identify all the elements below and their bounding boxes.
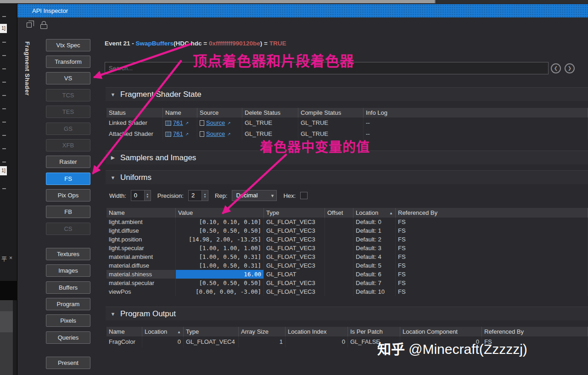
cell-offset (325, 218, 353, 226)
column-header[interactable]: Status (106, 108, 163, 118)
sidebar-item-program[interactable]: Program (46, 298, 90, 310)
cell-compile-status: GL_TRUE (298, 129, 364, 140)
sidebar-item-buffers[interactable]: Buffers (46, 281, 90, 294)
cell-name: 761 ↗ (163, 118, 197, 129)
column-header[interactable]: Name (106, 327, 142, 336)
sidebar-item-pixels[interactable]: Pixels (46, 314, 90, 327)
sidebar-item-queries[interactable]: Queries (46, 331, 90, 344)
sidebar-item-tcs: TCS (46, 89, 90, 101)
sidebar-item-pix-ops[interactable]: Pix Ops (46, 189, 90, 201)
section-fragment-shader-state[interactable]: ▼ Fragment Shader State (106, 87, 588, 101)
cell-source: Source ↗ (197, 118, 242, 129)
event-prefix: Event 21 - (105, 40, 136, 47)
cell-offset (325, 261, 353, 270)
section-uniforms[interactable]: ▼ Uniforms (106, 170, 588, 184)
column-header[interactable]: Referenced By (396, 208, 588, 218)
rail-dash (2, 122, 6, 123)
section-title: Uniforms (120, 173, 151, 182)
column-header[interactable]: Offset (325, 208, 353, 218)
cell-value[interactable]: [1.00, 1.00, 1.00] (176, 244, 264, 252)
background-scrollbar[interactable] (0, 0, 435, 3)
cell-name: light.diffuse (106, 226, 176, 235)
column-header[interactable]: Delete Status (242, 108, 298, 118)
window-titlebar[interactable]: API Inspector (17, 4, 588, 17)
column-header[interactable]: Info Log (364, 108, 588, 118)
precision-stepper[interactable]: 2 ▲▼ (188, 190, 208, 201)
column-header[interactable]: Name (163, 108, 197, 118)
hex-checkbox[interactable] (300, 192, 308, 199)
rail-dash (2, 148, 6, 149)
pin-icon[interactable]: 平 (1, 255, 7, 263)
source-link[interactable]: Source (206, 129, 225, 140)
cell-name: material.ambient (106, 252, 176, 261)
chevron-right-icon: ▶ (110, 155, 116, 161)
cell-value[interactable]: [0.10, 0.10, 0.10] (176, 218, 264, 226)
sidebar-item-vtx-spec[interactable]: Vtx Spec (46, 39, 90, 51)
cell-name: light.position (106, 235, 176, 244)
column-header[interactable]: Referenced By (482, 327, 588, 336)
column-label: Location (356, 209, 378, 216)
cell-value[interactable]: [1.00, 0.50, 0.31] (176, 261, 264, 270)
sidebar-item-transform[interactable]: Transform (46, 56, 90, 68)
sidebar-item-xfb: XFB (46, 139, 90, 151)
column-header[interactable]: Compile Status (298, 108, 364, 118)
cell-value[interactable]: [0.50, 0.50, 0.50] (176, 279, 264, 287)
sidebar-item-gs: GS (46, 123, 90, 135)
cell-compile-status: GL_TRUE (298, 118, 364, 129)
stepper-arrows-icon[interactable]: ▲▼ (144, 190, 151, 201)
column-header[interactable]: Type (264, 208, 325, 218)
search-prev-button[interactable]: ❮ (551, 63, 561, 73)
shader-id-link[interactable]: 761 (173, 129, 183, 140)
cell-name: material.specular (106, 279, 176, 287)
rail-dash (2, 68, 6, 69)
sidebar-item-vs[interactable]: VS (46, 72, 90, 84)
rep-dropdown[interactable]: Decimal ▾ (232, 190, 277, 201)
cell-type: GL_FLOAT_VEC3 (264, 235, 325, 244)
column-header[interactable]: Location Index (286, 327, 348, 336)
column-header[interactable]: Value (176, 208, 264, 218)
sidebar-item-images[interactable]: Images (46, 264, 90, 277)
uniforms-table: Name Value Type Offset Location▲ Referen… (106, 208, 588, 296)
cell-value[interactable]: [0.00, 0.00, -3.00] (176, 287, 264, 296)
search-next-button[interactable]: ❯ (565, 63, 575, 73)
cell-status: Linked Shader (106, 118, 163, 129)
source-link[interactable]: Source (206, 118, 225, 129)
event-function[interactable]: SwapBuffers (136, 40, 174, 47)
column-header[interactable]: Is Per Patch (348, 327, 400, 336)
column-header[interactable]: Array Size (239, 327, 286, 336)
cell-value[interactable]: [1.00, 0.50, 0.31] (176, 252, 264, 261)
cell-offset (325, 287, 353, 296)
section-title: Program Output (120, 309, 176, 319)
cell-value[interactable]: [0.50, 0.50, 0.50] (176, 226, 264, 235)
cell-delete-status: GL_TRUE (242, 129, 298, 140)
shader-id-link[interactable]: 761 (173, 118, 183, 129)
rail-dash (2, 16, 6, 17)
column-header[interactable]: Location Component (400, 327, 482, 336)
cell-value-selected[interactable]: 16.00 (176, 270, 264, 279)
cell-location: Default: 7 (353, 279, 396, 287)
rail-dark-block (0, 281, 17, 300)
search-input[interactable] (105, 62, 549, 74)
column-header[interactable]: Source (197, 108, 242, 118)
clone-view-icon[interactable] (27, 22, 32, 28)
cell-referenced-by: FS (396, 287, 588, 296)
sidebar-item-textures[interactable]: Textures (46, 248, 90, 260)
column-header[interactable]: Name (106, 208, 176, 218)
sidebar-item-present[interactable]: Present (46, 357, 90, 369)
cell-type: GL_FLOAT_VEC3 (264, 279, 325, 287)
cell-value[interactable]: [14.98, 2.00, -13.25] (176, 235, 264, 244)
chevron-down-icon: ▾ (271, 190, 274, 201)
column-header[interactable]: Type (184, 327, 239, 336)
sidebar-item-raster[interactable]: Raster (46, 156, 90, 168)
section-program-output[interactable]: ▼ Program Output (106, 307, 588, 320)
external-link-icon: ↗ (227, 118, 231, 129)
toolbar (17, 17, 588, 34)
column-header-location[interactable]: Location▲ (353, 208, 396, 218)
close-icon[interactable]: × (9, 255, 12, 261)
sidebar-item-fb[interactable]: FB (46, 206, 90, 218)
stepper-arrows-icon[interactable]: ▲▼ (202, 190, 208, 201)
section-samplers-and-images[interactable]: ▶ Samplers and Images (106, 151, 588, 164)
sidebar-item-fs[interactable]: FS (46, 173, 90, 185)
column-header-location[interactable]: Location▲ (142, 327, 184, 336)
width-stepper[interactable]: 0 ▲▼ (131, 190, 151, 201)
